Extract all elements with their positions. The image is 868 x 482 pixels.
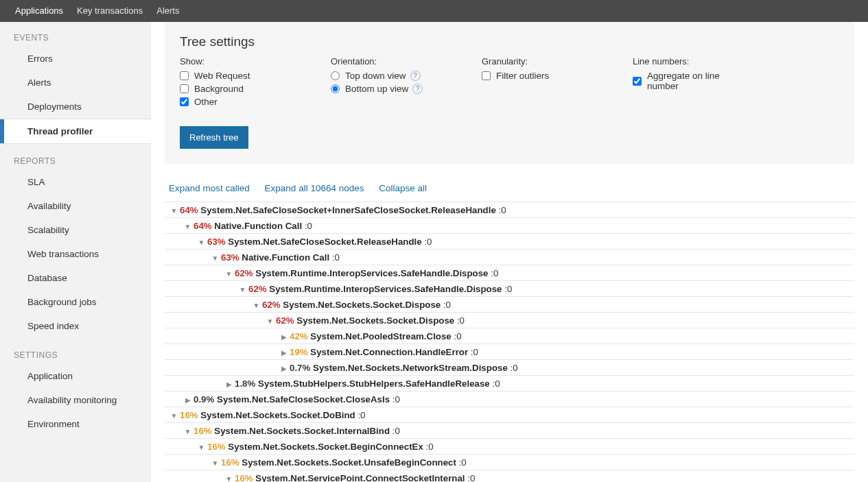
tree-row-percentage: 19%: [290, 347, 308, 357]
tree-row[interactable]: ▶1.8% System.StubHelpers.StubHelpers.Saf…: [165, 375, 854, 391]
tree-row[interactable]: ▼62% System.Net.Sockets.Socket.Dispose :…: [165, 312, 854, 328]
tree-row[interactable]: ▼16% System.Net.Sockets.Socket.InternalB…: [165, 422, 854, 438]
tree-row-line-suffix: :0: [467, 473, 475, 483]
granularity-option-filter-outliers[interactable]: Filter outliers: [482, 71, 591, 81]
sidebar-item-background-jobs[interactable]: Background jobs: [0, 290, 151, 314]
sidebar-item-database[interactable]: Database: [0, 266, 151, 290]
chevron-down-icon[interactable]: ▼: [253, 302, 260, 309]
orientation-option-label: Top down view: [345, 71, 406, 81]
collapse-all-link[interactable]: Collapse all: [379, 183, 427, 193]
chevron-down-icon[interactable]: ▼: [239, 286, 246, 293]
sidebar-item-sla[interactable]: SLA: [0, 170, 151, 194]
chevron-down-icon[interactable]: ▼: [211, 254, 219, 262]
tree-row-line-suffix: :0: [357, 410, 365, 420]
orientation-radio[interactable]: [331, 84, 340, 93]
tree-row-method-name: System.Net.ServicePoint.ConnectSocketInt…: [255, 473, 465, 483]
sidebar-item-speed-index[interactable]: Speed index: [0, 314, 151, 338]
chevron-down-icon[interactable]: ▼: [170, 207, 178, 215]
sidebar-item-alerts[interactable]: Alerts: [0, 71, 151, 95]
tree-row-percentage: 62%: [235, 268, 253, 278]
tree-row[interactable]: ▶0.9% System.Net.SafeCloseSocket.CloseAs…: [165, 391, 854, 407]
chevron-down-icon[interactable]: ▼: [198, 444, 205, 451]
sidebar-item-thread-profiler[interactable]: Thread profiler: [0, 119, 151, 144]
chevron-right-icon[interactable]: ▶: [280, 333, 288, 341]
tree-row-line-suffix: :0: [424, 237, 432, 247]
chevron-down-icon[interactable]: ▼: [225, 270, 233, 278]
orientation-option-bottom-up-view[interactable]: Bottom up view?: [331, 84, 441, 94]
sidebar-item-scalability[interactable]: Scalability: [0, 218, 151, 242]
tree-row-percentage: 0.9%: [193, 394, 214, 405]
show-option-web-request[interactable]: Web Request: [180, 71, 290, 81]
show-checkbox[interactable]: [180, 97, 189, 106]
orientation-radio[interactable]: [331, 71, 340, 80]
tree-row[interactable]: ▼62% System.Runtime.InteropServices.Safe…: [165, 280, 854, 296]
tree-row[interactable]: ▼62% System.Runtime.InteropServices.Safe…: [165, 265, 854, 280]
tree-row-line-suffix: :0: [471, 347, 478, 357]
refresh-tree-button[interactable]: Refresh tree: [180, 126, 248, 149]
topnav-item-applications[interactable]: Applications: [8, 0, 70, 22]
sidebar: EVENTSErrorsAlertsDeploymentsThread prof…: [0, 22, 151, 482]
tree-row[interactable]: ▼64% Native.Function Call :0: [165, 217, 854, 233]
chevron-right-icon[interactable]: ▶: [280, 349, 288, 357]
show-label: Show:: [180, 56, 290, 67]
sidebar-item-deployments[interactable]: Deployments: [0, 95, 151, 119]
line-numbers-option-aggregate-on-line-number[interactable]: Aggregate on line number: [633, 71, 742, 91]
granularity-checkbox[interactable]: [482, 71, 491, 80]
main-content: Tree settings Show: Web RequestBackgroun…: [151, 22, 868, 482]
settings-row: Show: Web RequestBackgroundOther Orienta…: [180, 56, 839, 110]
show-checkbox[interactable]: [180, 71, 189, 80]
granularity-option-label: Filter outliers: [496, 71, 549, 81]
tree-row-percentage: 64%: [193, 221, 212, 231]
tree-row-percentage: 16%: [193, 426, 212, 436]
tree-row[interactable]: ▼63% System.Net.SafeCloseSocket.ReleaseH…: [165, 233, 854, 249]
help-icon[interactable]: ?: [410, 71, 421, 81]
line-numbers-option-label: Aggregate on line number: [647, 71, 742, 91]
tree-row-line-suffix: :0: [499, 205, 506, 215]
chevron-right-icon[interactable]: ▶: [280, 365, 288, 372]
line-numbers-checkbox[interactable]: [633, 77, 642, 86]
tree-row-method-name: System.Net.PooledStream.Close: [310, 331, 451, 341]
tree-row-method-name: Native.Function Call: [214, 221, 302, 231]
chevron-down-icon[interactable]: ▼: [198, 239, 205, 246]
tree-row-line-suffix: :0: [305, 221, 312, 231]
show-option-background[interactable]: Background: [180, 84, 290, 94]
orientation-option-top-down-view[interactable]: Top down view?: [331, 71, 441, 81]
tree-row[interactable]: ▼16% System.Net.Sockets.Socket.DoBind :0: [165, 407, 854, 422]
tree-row[interactable]: ▼64% System.Net.SafeCloseSocket+InnerSaf…: [165, 202, 854, 217]
tree-row[interactable]: ▶19% System.Net.Connection.HandleError :…: [165, 344, 854, 359]
sidebar-section-title: EVENTS: [0, 29, 151, 47]
chevron-down-icon[interactable]: ▼: [225, 475, 233, 483]
chevron-right-icon[interactable]: ▶: [225, 381, 233, 388]
chevron-down-icon[interactable]: ▼: [266, 317, 274, 325]
tree-row[interactable]: ▼62% System.Net.Sockets.Socket.Dispose :…: [165, 296, 854, 312]
chevron-down-icon[interactable]: ▼: [184, 223, 191, 230]
topnav-item-key-transactions[interactable]: Key transactions: [70, 0, 150, 22]
tree-row[interactable]: ▼16% System.Net.Sockets.Socket.BeginConn…: [165, 438, 854, 454]
help-icon[interactable]: ?: [412, 84, 423, 94]
expand-all-link[interactable]: Expand all 10664 nodes: [265, 183, 364, 193]
chevron-down-icon[interactable]: ▼: [170, 412, 178, 420]
expand-most-called-link[interactable]: Expand most called: [169, 183, 250, 193]
sidebar-item-application[interactable]: Application: [0, 364, 151, 388]
chevron-down-icon[interactable]: ▼: [184, 428, 191, 435]
sidebar-item-availability-monitoring[interactable]: Availability monitoring: [0, 388, 151, 412]
show-option-label: Web Request: [194, 71, 250, 81]
tree-row[interactable]: ▶42% System.Net.PooledStream.Close :0: [165, 328, 854, 344]
sidebar-item-environment[interactable]: Environment: [0, 412, 151, 436]
tree-row-line-suffix: :0: [492, 378, 500, 389]
sidebar-item-availability[interactable]: Availability: [0, 194, 151, 218]
tree-row[interactable]: ▼16% System.Net.ServicePoint.ConnectSock…: [165, 470, 854, 482]
tree-row[interactable]: ▶0.7% System.Net.Sockets.NetworkStream.D…: [165, 359, 854, 375]
chevron-down-icon[interactable]: ▼: [211, 459, 219, 467]
tree-row[interactable]: ▼16% System.Net.Sockets.Socket.UnsafeBeg…: [165, 454, 854, 470]
tree-row-line-suffix: :0: [459, 457, 467, 468]
sidebar-item-web-transactions[interactable]: Web transactions: [0, 242, 151, 266]
show-option-other[interactable]: Other: [180, 97, 290, 107]
chevron-right-icon[interactable]: ▶: [184, 396, 191, 404]
sidebar-item-errors[interactable]: Errors: [0, 47, 151, 71]
show-checkbox[interactable]: [180, 84, 189, 93]
tree-row-percentage: 16%: [235, 473, 253, 483]
topnav-item-alerts[interactable]: Alerts: [150, 0, 186, 22]
tree-row-line-suffix: :0: [443, 300, 451, 310]
tree-row[interactable]: ▼63% Native.Function Call :0: [165, 249, 854, 265]
